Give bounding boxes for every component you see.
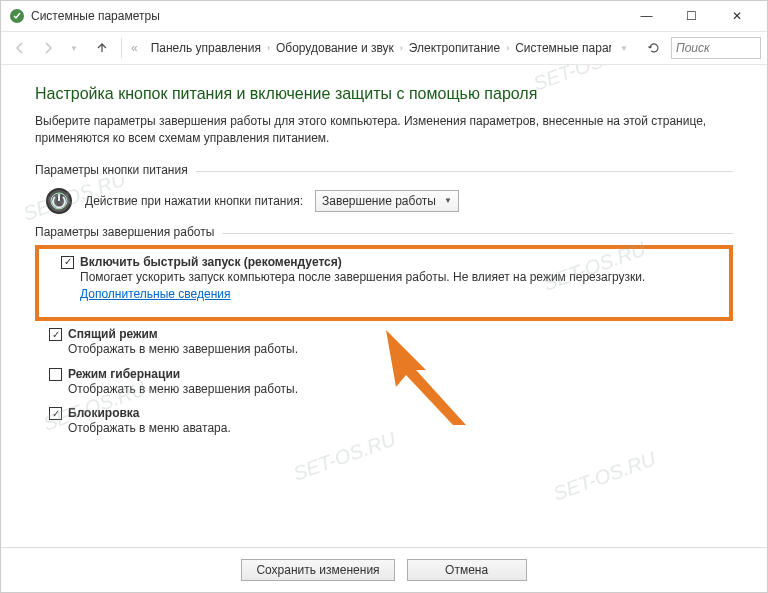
arrow-left-icon	[13, 41, 27, 55]
power-action-value: Завершение работы	[322, 194, 436, 208]
sleep-desc: Отображать в меню завершения работы.	[68, 341, 733, 358]
fast-startup-label: Включить быстрый запуск (рекомендуется)	[80, 255, 342, 269]
sleep-checkbox[interactable]	[49, 328, 62, 341]
close-button[interactable]: ✕	[714, 1, 759, 31]
hibernate-desc: Отображать в меню завершения работы.	[68, 381, 733, 398]
titlebar: Системные параметры — ☐ ✕	[1, 1, 767, 31]
fast-startup-highlight: Включить быстрый запуск (рекомендуется) …	[35, 245, 733, 322]
refresh-icon	[647, 41, 661, 55]
nav-divider	[121, 38, 122, 58]
page-title: Настройка кнопок питания и включение защ…	[35, 85, 733, 103]
chevron-down-icon: ▼	[444, 196, 452, 205]
arrow-right-icon	[41, 41, 55, 55]
sleep-label: Спящий режим	[68, 327, 158, 341]
hibernate-label: Режим гибернации	[68, 367, 180, 381]
refresh-button[interactable]	[643, 37, 665, 59]
fast-startup-desc: Помогает ускорить запуск компьютера посл…	[80, 270, 645, 284]
section-shutdown: Параметры завершения работы	[35, 225, 733, 239]
crumb-system-params[interactable]: Системные параметры	[509, 41, 611, 55]
lock-desc: Отображать в меню аватара.	[68, 420, 733, 437]
crumb-control-panel[interactable]: Панель управления	[145, 41, 267, 55]
power-action-label: Действие при нажатии кнопки питания:	[85, 194, 303, 208]
lock-checkbox[interactable]	[49, 407, 62, 420]
nav-history[interactable]: ▼	[61, 35, 87, 61]
content-area: Настройка кнопок питания и включение защ…	[1, 65, 767, 547]
hibernate-checkbox[interactable]	[49, 368, 62, 381]
footer: Сохранить изменения Отмена	[1, 548, 767, 592]
section-power-button: Параметры кнопки питания	[35, 163, 733, 177]
system-icon	[9, 8, 25, 24]
watermark: SET-OS.RU	[550, 447, 658, 505]
fast-startup-link[interactable]: Дополнительные сведения	[80, 287, 230, 301]
breadcrumb[interactable]: « Панель управления › Оборудование и зву…	[128, 40, 611, 56]
minimize-button[interactable]: —	[624, 1, 669, 31]
crumb-power[interactable]: Электропитание	[403, 41, 506, 55]
nav-forward[interactable]	[35, 35, 61, 61]
nav-up[interactable]	[89, 35, 115, 61]
breadcrumb-dropdown[interactable]: ▼	[611, 35, 637, 61]
crumb-overflow-left[interactable]: «	[128, 41, 141, 55]
page-description: Выберите параметры завершения работы для…	[35, 113, 733, 147]
maximize-button[interactable]: ☐	[669, 1, 714, 31]
navbar: ▼ « Панель управления › Оборудование и з…	[1, 31, 767, 65]
power-icon	[45, 187, 73, 215]
arrow-up-icon	[95, 41, 109, 55]
cancel-button[interactable]: Отмена	[407, 559, 527, 581]
search-input[interactable]	[671, 37, 761, 59]
fast-startup-checkbox[interactable]	[61, 256, 74, 269]
save-button[interactable]: Сохранить изменения	[241, 559, 394, 581]
window-controls: — ☐ ✕	[624, 1, 759, 31]
window-title: Системные параметры	[31, 9, 624, 23]
lock-label: Блокировка	[68, 406, 140, 420]
crumb-hardware[interactable]: Оборудование и звук	[270, 41, 400, 55]
power-action-select[interactable]: Завершение работы ▼	[315, 190, 459, 212]
nav-back[interactable]	[7, 35, 33, 61]
